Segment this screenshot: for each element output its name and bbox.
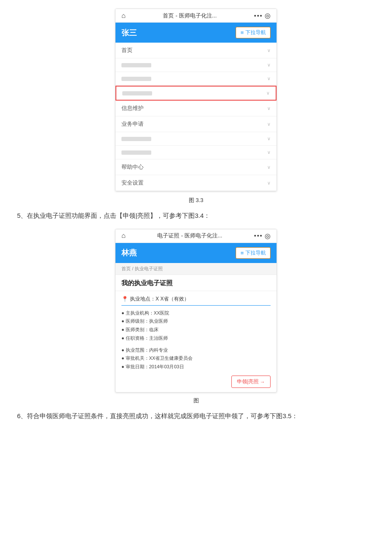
download-btn-label-1: 下拉导航: [245, 29, 266, 36]
nav-item-3[interactable]: ∨: [115, 72, 277, 86]
settings-icon-1: ◎: [265, 12, 271, 20]
download-btn-label-2: 下拉导航: [245, 249, 266, 257]
chevron-icon-7: ∨: [267, 150, 271, 155]
nav-item-info-label: 信息维护: [121, 104, 144, 112]
cert-detail-1: ● 医师级别：执业医师: [121, 317, 271, 326]
chevron-icon-6: ∨: [267, 136, 271, 142]
pin-icon: 📍: [121, 296, 128, 302]
bottom-description: 6、符合申领医师电子证照条件，直接亮照成功，这样就完成医师电子证照申领了，可参考…: [17, 410, 375, 422]
phone-mockup-2: ⌂ 电子证照 - 医师电子化注... ••• ◎ 林燕 ≡ 下拉导航 首页 / …: [115, 229, 277, 393]
home-icon-1: ⌂: [121, 12, 126, 20]
dots-icon-1: •••: [254, 12, 263, 19]
download-btn-2[interactable]: ≡ 下拉导航: [236, 247, 271, 259]
topbar-title-1: 首页 - 医师电子化注...: [126, 12, 254, 20]
phone-topbar-2: ⌂ 电子证照 - 医师电子化注... ••• ◎: [115, 229, 277, 243]
nav-item-security[interactable]: 安全设置 ∨: [115, 175, 277, 191]
cert-detail-3: ● 任职资格：主治医师: [121, 334, 271, 343]
chevron-icon-home: ∨: [267, 48, 271, 53]
chevron-icon-security: ∨: [267, 180, 271, 186]
settings-icon-2: ◎: [265, 232, 271, 240]
nav-item-info[interactable]: 信息维护 ∨: [115, 101, 277, 116]
nav-item-4-label: [122, 91, 152, 95]
cert-detail-6: ● 审批日期：2014年03月03日: [121, 363, 271, 371]
download-btn-1[interactable]: ≡ 下拉导航: [236, 27, 271, 38]
nav-item-business[interactable]: 业务申请 ∨: [115, 116, 277, 132]
phone-mockup-1: ⌂ 首页 - 医师电子化注... ••• ◎ 张三 ≡ 下拉导航 首页 ∨ ∨: [115, 9, 277, 191]
app-header-2: 林燕 ≡ 下拉导航: [115, 243, 277, 263]
nav-item-business-label: 业务申请: [121, 120, 144, 128]
home-icon-2: ⌂: [121, 232, 126, 240]
breadcrumb: 首页 / 执业电子证照: [115, 263, 277, 275]
dots-icon-2: •••: [254, 232, 263, 239]
chevron-icon-4: ∨: [266, 90, 270, 96]
nav-item-6[interactable]: ∨: [115, 132, 277, 146]
apply-btn-arrow: →: [260, 379, 265, 385]
phone-topbar-1: ⌂ 首页 - 医师电子化注... ••• ◎: [115, 9, 277, 23]
nav-item-2-label: [121, 63, 151, 67]
cert-detail-2: ● 医师类别：临床: [121, 326, 271, 334]
user-name-1: 张三: [121, 28, 137, 38]
apply-btn-row: 申领|亮照 →: [121, 376, 271, 388]
chevron-icon-help: ∨: [267, 165, 271, 170]
menu-icon-2: ≡: [240, 250, 244, 256]
chevron-icon-2: ∨: [267, 62, 271, 68]
nav-menu-1: 首页 ∨ ∨ ∨ ∨ 信息维护 ∨ 业务申请 ∨: [115, 43, 277, 191]
nav-item-6-label: [121, 137, 151, 141]
nav-item-7[interactable]: ∨: [115, 146, 277, 159]
location-bar: 📍 执业地点：X X省（有效）: [121, 295, 271, 306]
cert-details: ● 主执业机构：XX医院 ● 医师级别：执业医师 ● 医师类别：临床 ● 任职资…: [121, 309, 271, 372]
nav-item-help-label: 帮助中心: [121, 163, 144, 171]
cert-detail-5: ● 审批机关：XX省卫生健康委员会: [121, 354, 271, 363]
menu-icon-1: ≡: [240, 29, 244, 36]
nav-item-security-label: 安全设置: [121, 179, 144, 187]
cert-detail-0: ● 主执业机构：XX医院: [121, 309, 271, 318]
apply-btn-label: 申领|亮照: [237, 378, 259, 385]
topbar-title-2: 电子证照 - 医师电子化注...: [126, 232, 254, 240]
figure-caption-1: 图 3.3: [189, 197, 204, 204]
page-title: 我的执业电子证照: [121, 279, 271, 287]
location-text: 执业地点：X X省（有效）: [130, 295, 189, 303]
nav-item-4-active[interactable]: ∨: [115, 86, 277, 101]
description-1: 5、在执业电子证照功能界面，点击【申领|亮照】，可参考下图3.4：: [17, 210, 375, 221]
figure-caption-2: 图: [193, 397, 199, 405]
nav-item-3-label: [121, 77, 151, 81]
nav-item-home-label: 首页: [121, 46, 133, 54]
cert-detail-4: ● 执业范围：内科专业: [121, 346, 271, 355]
nav-item-2[interactable]: ∨: [115, 58, 277, 72]
chevron-icon-info: ∨: [267, 106, 271, 111]
nav-item-7-label: [121, 150, 151, 155]
app-header-1: 张三 ≡ 下拉导航: [115, 23, 277, 43]
nav-item-help[interactable]: 帮助中心 ∨: [115, 159, 277, 175]
page-content: ⌂ 首页 - 医师电子化注... ••• ◎ 张三 ≡ 下拉导航 首页 ∨ ∨: [17, 9, 375, 430]
page-title-section: 我的执业电子证照: [115, 275, 277, 291]
nav-item-home[interactable]: 首页 ∨: [115, 43, 277, 58]
chevron-icon-business: ∨: [267, 121, 271, 127]
chevron-icon-3: ∨: [267, 76, 271, 81]
apply-btn[interactable]: 申领|亮照 →: [231, 376, 271, 388]
user-name-2: 林燕: [121, 248, 137, 258]
certificate-section: 📍 执业地点：X X省（有效） ● 主执业机构：XX医院 ● 医师级别：执业医师…: [115, 291, 277, 393]
